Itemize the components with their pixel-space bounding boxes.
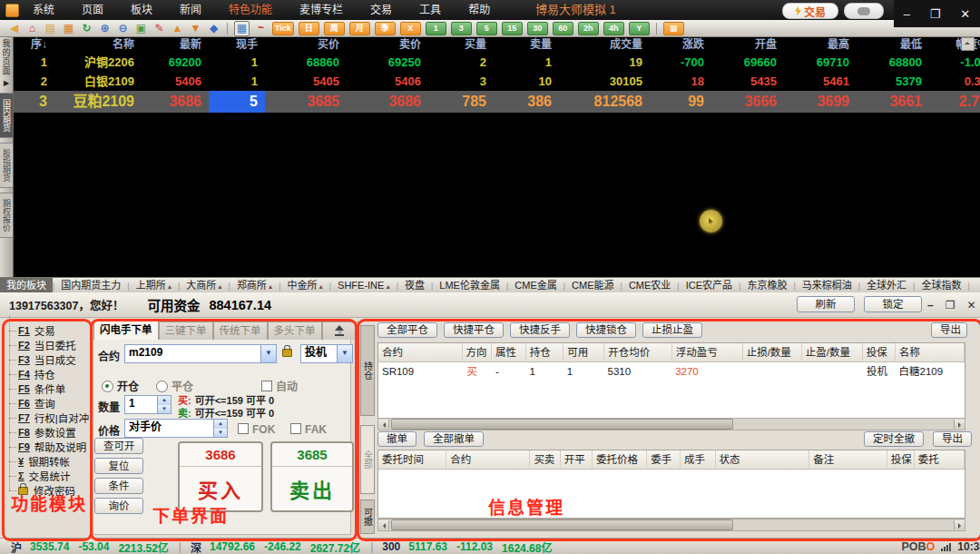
fak-checkbox[interactable]: FAK <box>290 420 327 437</box>
market-tab-9[interactable]: CME金属 <box>508 278 563 293</box>
market-tab-6[interactable]: SHFE-INE ▴ <box>331 278 397 293</box>
sidebar-item-2[interactable]: F3当日成交 <box>6 352 84 367</box>
contract-select[interactable]: m2109 ▼ <box>124 344 277 363</box>
season-period-button[interactable]: 季 <box>375 22 396 35</box>
market-tab-8[interactable]: LME伦敦金属 <box>433 278 506 293</box>
quote-header-3[interactable]: 现手 <box>209 36 265 53</box>
sidebar-item-1[interactable]: F2当日委托 <box>6 338 84 352</box>
order-side-button-1[interactable]: 复位 <box>94 458 143 474</box>
panel-close-button[interactable]: ✕ <box>966 299 975 312</box>
orders-header-9[interactable]: 投保 <box>887 450 915 469</box>
positions-button-4[interactable]: 止损止盈 <box>642 322 702 338</box>
market-tab-11[interactable]: CME农业 <box>622 278 677 293</box>
menu-item-7[interactable]: 工具 <box>406 0 455 20</box>
market-tab-2[interactable]: 上期所 ▴ <box>130 278 178 293</box>
quote-scrollbar-arrow[interactable] <box>961 37 975 51</box>
fok-checkbox[interactable]: FOK <box>238 420 275 437</box>
chevron-down-icon[interactable]: ▼ <box>337 345 352 362</box>
orders-button-0[interactable]: 撤单 <box>377 431 416 447</box>
min3-button[interactable]: 3 <box>451 22 472 35</box>
positions-header-9[interactable]: 投保 <box>863 343 896 361</box>
menu-item-0[interactable]: 系统 <box>19 0 68 20</box>
x-period-button[interactable]: X <box>400 22 421 35</box>
quick-trade-button[interactable]: 交易 <box>782 3 838 19</box>
menu-item-1[interactable]: 页面 <box>68 0 117 20</box>
panel-restore-button[interactable]: ❐ <box>946 299 956 312</box>
refresh-button[interactable]: 刷新 <box>797 296 855 312</box>
zoom-in-icon[interactable]: ⊕ <box>98 22 112 35</box>
quote-header-7[interactable]: 卖量 <box>494 36 559 53</box>
close-button[interactable]: ✕ <box>960 7 970 21</box>
scroll-left-icon[interactable] <box>378 520 389 529</box>
market-tab-5[interactable]: 中金所 ▴ <box>280 278 328 293</box>
eject-icon[interactable] <box>334 325 345 334</box>
sidebar-item-0[interactable]: F1交易 <box>6 323 84 338</box>
h4-button[interactable]: 4h <box>603 22 624 35</box>
positions-button-0[interactable]: 全部平仓 <box>377 322 437 338</box>
scroll-thumb[interactable] <box>391 519 733 530</box>
orders-button-1[interactable]: 全部撤单 <box>424 431 484 447</box>
orders-header-8[interactable]: 备注 <box>809 450 887 469</box>
calendar-icon[interactable]: ▦ <box>62 22 75 35</box>
open-position-radio[interactable]: 开仓 <box>102 378 139 394</box>
strip-tab-1[interactable]: 股指期货 <box>0 143 13 188</box>
positions-header-1[interactable]: 方向 <box>463 343 492 361</box>
panel-minimize-button[interactable]: – <box>927 299 934 312</box>
positions-header-4[interactable]: 可用 <box>564 343 604 361</box>
order-tab-3[interactable]: 多头下单 <box>268 322 322 340</box>
refresh-icon[interactable]: ↻ <box>80 22 93 35</box>
quote-header-4[interactable]: 买价 <box>265 36 347 53</box>
market-tab-0[interactable]: 我的板块 <box>0 278 53 293</box>
positions-header-5[interactable]: 开仓均价 <box>604 343 671 361</box>
home-icon[interactable]: ⌂ <box>25 22 39 35</box>
menu-item-4[interactable]: 特色功能 <box>215 0 286 20</box>
menu-item-8[interactable]: 帮助 <box>455 0 504 20</box>
positions-header-7[interactable]: 止损/数量 <box>743 343 802 361</box>
menu-item-6[interactable]: 交易 <box>357 0 406 20</box>
orders-header-5[interactable]: 委手 <box>647 450 681 469</box>
positions-button-1[interactable]: 快捷平仓 <box>444 322 504 338</box>
positions-export-button[interactable]: 导出 <box>931 322 967 338</box>
day-period-button[interactable]: 日 <box>299 22 319 35</box>
sidebar-item-8[interactable]: F9帮助及说明 <box>6 440 84 454</box>
year-button[interactable]: Y <box>629 22 650 35</box>
scroll-right-icon[interactable] <box>954 420 965 429</box>
sidebar-item-5[interactable]: F6查询 <box>6 396 84 411</box>
menu-item-3[interactable]: 新闻 <box>166 0 215 20</box>
min30-button[interactable]: 30 <box>527 22 548 35</box>
orders-header-6[interactable]: 成手 <box>681 450 715 469</box>
positions-header-0[interactable]: 合约 <box>378 343 463 361</box>
scroll-right-icon[interactable] <box>954 520 965 529</box>
spin-down-icon[interactable]: ▼ <box>214 429 227 438</box>
market-tab-10[interactable]: CME能源 <box>565 278 620 293</box>
quote-header-12[interactable]: 最低 <box>857 36 929 53</box>
positions-header-6[interactable]: 浮动盈亏 <box>672 343 743 361</box>
sidebar-item-10[interactable]: Σ交易统计 <box>6 469 84 483</box>
user-icon[interactable]: ◆ <box>207 22 220 35</box>
order-tab-0[interactable]: 闪电手下单 <box>93 321 159 340</box>
sidebar-item-9[interactable]: ¥银期转帐 <box>6 454 84 469</box>
positions-table-row[interactable]: SR109买-1153103270投机白糖2109 <box>378 362 965 381</box>
quote-header-10[interactable]: 开盘 <box>711 36 784 53</box>
lock-button[interactable]: 锁定 <box>864 296 922 312</box>
menu-item-2[interactable]: 板块 <box>117 0 166 20</box>
market-tab-1[interactable]: 国内期货主力 <box>54 278 127 293</box>
quantity-stepper[interactable]: 1 ▲▼ <box>124 395 172 414</box>
scroll-thumb[interactable] <box>391 419 733 430</box>
quote-header-11[interactable]: 最高 <box>784 36 857 53</box>
min1-button[interactable]: 1 <box>426 22 446 35</box>
back-icon[interactable]: ◀ <box>7 22 21 35</box>
order-side-button-0[interactable]: 查可开 <box>94 438 143 454</box>
spin-up-icon[interactable]: ▲ <box>214 420 227 429</box>
section-tab-cancelable[interactable]: 可撤 <box>360 500 375 534</box>
filter-icon[interactable]: ▼ <box>189 22 202 35</box>
orders-right-button-1[interactable]: 导出 <box>933 431 972 447</box>
quote-header-5[interactable]: 卖价 <box>347 36 428 53</box>
positions-header-3[interactable]: 持仓 <box>526 343 564 361</box>
orders-header-4[interactable]: 委托价格 <box>593 450 647 469</box>
menu-item-5[interactable]: 麦博专栏 <box>286 0 357 20</box>
sidebar-item-7[interactable]: F8参数设置 <box>6 425 84 440</box>
ink-icon[interactable]: ▲ <box>171 22 184 35</box>
orders-header-3[interactable]: 开平 <box>561 450 593 469</box>
unlock-icon[interactable] <box>282 349 292 357</box>
